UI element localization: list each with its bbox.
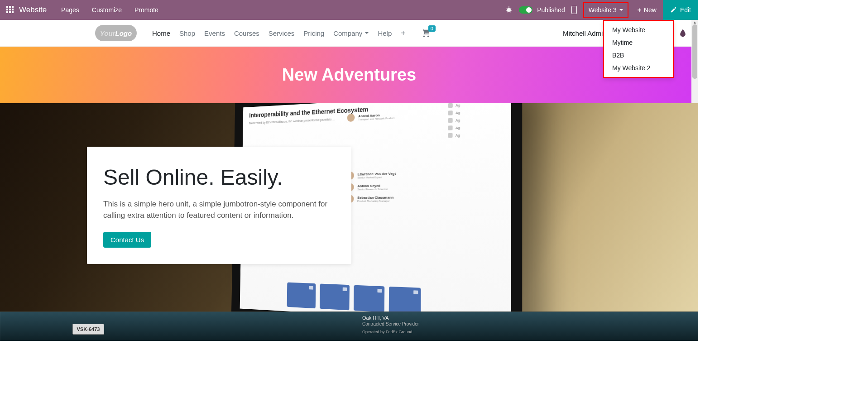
- theme-droplet-icon[interactable]: [678, 29, 687, 38]
- edit-button[interactable]: Edit: [663, 0, 698, 20]
- truck-section: VSK-6473 Oak Hill, VA Contracted Service…: [0, 312, 698, 341]
- nav-services[interactable]: Services: [264, 29, 299, 37]
- topbar-right: Published Website 3 + New Edit: [505, 0, 698, 20]
- site-logo[interactable]: YourLogo: [95, 25, 137, 41]
- new-button[interactable]: + New: [631, 0, 663, 20]
- bug-icon[interactable]: [505, 6, 513, 14]
- hero-cta-button[interactable]: Contact Us: [103, 232, 151, 248]
- topmenu-pages[interactable]: Pages: [55, 6, 86, 14]
- website-dropdown-menu: My Website Mytime B2B My Website 2: [603, 20, 674, 78]
- caret-down-icon: [619, 9, 623, 11]
- nav-events[interactable]: Events: [200, 29, 230, 37]
- apps-grid-icon[interactable]: [6, 6, 14, 14]
- cart-button[interactable]: 0: [421, 28, 431, 38]
- new-label: New: [644, 6, 657, 14]
- logo-text-1: Your: [100, 29, 115, 37]
- plus-icon: +: [638, 6, 641, 14]
- hero-section: Interoperability and the Ethernet Ecosys…: [0, 103, 698, 312]
- monitor-cards: [287, 283, 421, 312]
- hero-band: New Adventures: [0, 47, 698, 103]
- add-nav-item-icon[interactable]: +: [396, 29, 410, 38]
- mobile-preview-icon[interactable]: [571, 6, 577, 14]
- nav-company[interactable]: Company: [329, 29, 373, 37]
- nav-company-label: Company: [333, 29, 362, 37]
- truck-text: Oak Hill, VA Contracted Service Provider…: [362, 315, 419, 335]
- nav-shop[interactable]: Shop: [175, 29, 200, 37]
- edit-label: Edit: [680, 6, 691, 14]
- scroll-thumb[interactable]: [692, 24, 697, 79]
- website-option[interactable]: B2B: [604, 49, 673, 62]
- website-selector-label: Website 3: [589, 6, 617, 14]
- website-option[interactable]: Mytime: [604, 36, 673, 49]
- website-option[interactable]: My Website: [604, 24, 673, 36]
- topmenu-promote[interactable]: Promote: [128, 6, 165, 14]
- truck-plate: VSK-6473: [72, 324, 104, 335]
- svg-point-0: [507, 8, 511, 12]
- hero-title: Sell Online. Easily.: [103, 165, 335, 190]
- pencil-icon: [670, 7, 676, 13]
- user-name: Mitchell Admin: [563, 29, 607, 37]
- hero-card: Sell Online. Easily. This is a simple he…: [87, 147, 351, 264]
- monitor-sidebar: Ag Ag Ag Ag Ag: [448, 103, 506, 141]
- nav-home[interactable]: Home: [148, 29, 175, 37]
- topbar: Website Pages Customize Promote Publishe…: [0, 0, 698, 20]
- cart-count-badge: 0: [428, 25, 436, 32]
- scroll-up-icon[interactable]: ▲: [691, 20, 698, 24]
- topmenu-customize[interactable]: Customize: [86, 6, 128, 14]
- site-nav: YourLogo Home Shop Events Courses Servic…: [0, 20, 698, 47]
- nav-help[interactable]: Help: [373, 29, 396, 37]
- logo-text-2: Logo: [115, 29, 132, 37]
- monitor-person: Sebastian ClassmannProduct Marketing Man…: [346, 195, 395, 203]
- monitor-person: Anatol AaronTransport and Network Produc…: [347, 111, 394, 122]
- nav-courses[interactable]: Courses: [230, 29, 264, 37]
- monitor-person: Ashlan SeyedSenior Research Scientist: [346, 182, 396, 191]
- nav-pricing[interactable]: Pricing: [299, 29, 329, 37]
- published-toggle[interactable]: [519, 6, 532, 14]
- published-label: Published: [537, 6, 565, 14]
- website-option[interactable]: My Website 2: [604, 62, 673, 74]
- app-name[interactable]: Website: [19, 5, 47, 14]
- monitor-person: Lawrence Van der VegtSenior Market Exper…: [346, 171, 396, 180]
- website-selector[interactable]: Website 3: [583, 2, 628, 18]
- hero-body: This is a simple hero unit, a simple jum…: [103, 199, 335, 221]
- caret-down-icon: [365, 32, 369, 34]
- hero-band-title: New Adventures: [282, 65, 416, 85]
